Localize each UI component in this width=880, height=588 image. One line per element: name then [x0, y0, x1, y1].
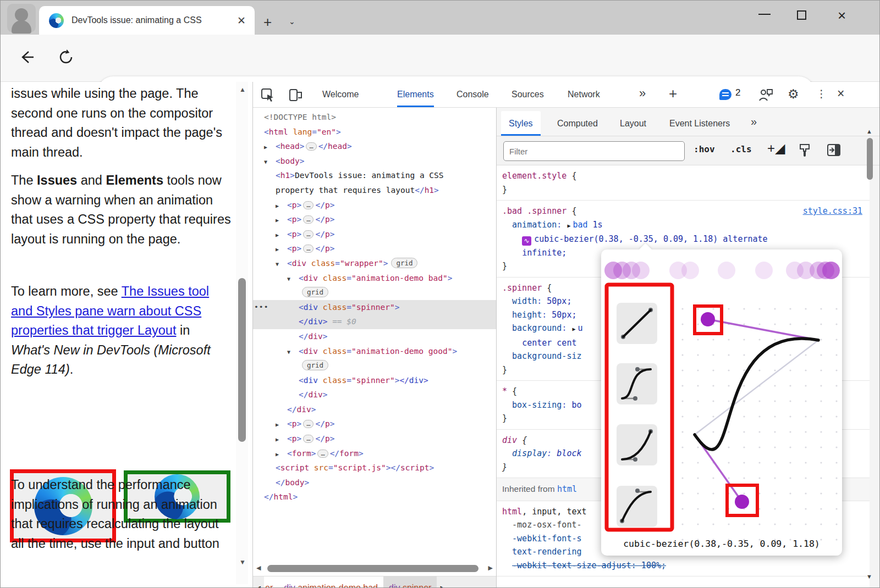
- back-button[interactable]: [18, 49, 35, 65]
- scroll-right-icon[interactable]: ▶: [488, 564, 493, 572]
- bezier-preset-ease-in[interactable]: [617, 424, 657, 465]
- bezier-preset-ease-in-out[interactable]: [617, 363, 657, 404]
- dom-row[interactable]: grid: [253, 358, 496, 373]
- dom-row[interactable]: ▶<p>…</p>: [253, 431, 496, 446]
- dom-row[interactable]: ▼<div class="animation-demo good">: [253, 344, 496, 359]
- dom-row[interactable]: ▼<body>: [253, 154, 496, 169]
- dom-row[interactable]: property that requires layout</h1>: [253, 183, 496, 198]
- breadcrumb-item[interactable]: div.spinner: [383, 576, 437, 588]
- dom-row[interactable]: <!DOCTYPE html>: [253, 110, 496, 125]
- dom-row[interactable]: ▶<p>…</p>: [253, 212, 496, 227]
- profile-avatar[interactable]: [7, 4, 36, 32]
- dom-row[interactable]: <h1>DevTools issue: animating a CSS: [253, 168, 496, 183]
- dom-row[interactable]: ▶<p>…</p>: [253, 241, 496, 256]
- feedback-icon[interactable]: [758, 87, 773, 102]
- breadcrumb-item[interactable]: div.animation-demo.bad: [278, 576, 383, 588]
- tab-welcome[interactable]: Welcome: [322, 82, 359, 107]
- expand-ellipsis-button[interactable]: …: [303, 420, 314, 428]
- brush-icon[interactable]: [798, 143, 811, 158]
- h-scrollbar-thumb[interactable]: [267, 565, 479, 572]
- tab-network[interactable]: Network: [568, 82, 600, 107]
- style-row[interactable]: ∿cubic-bezier(0.38, -0.35, 0.09, 1.18) a…: [502, 232, 867, 246]
- toggle-hov-button[interactable]: :hov: [694, 144, 715, 154]
- style-row[interactable]: -webkit-text-size-adjust: 100%;: [502, 559, 867, 573]
- twisty-icon[interactable]: ▶: [276, 418, 287, 432]
- scroll-left-icon[interactable]: ◀: [256, 564, 261, 572]
- toggle-cls-button[interactable]: .cls: [730, 144, 752, 154]
- expand-ellipsis-button[interactable]: …: [317, 450, 328, 458]
- devtools-menu-kebab-icon[interactable]: ⋮: [816, 87, 827, 100]
- dom-row[interactable]: <html lang="en">: [253, 125, 496, 140]
- twisty-icon[interactable]: ▼: [264, 155, 276, 170]
- settings-gear-icon[interactable]: ⚙: [788, 87, 799, 102]
- breadcrumb-arrow-icon[interactable]: ◀: [253, 576, 264, 588]
- dom-row[interactable]: <script src="script.js"></script>: [253, 461, 496, 475]
- row-actions-icon[interactable]: •••: [254, 300, 268, 315]
- dom-row[interactable]: ▼<div class="wrapper">grid: [253, 256, 496, 271]
- dom-row[interactable]: </div>: [253, 329, 496, 344]
- bezier-preset-ease-out[interactable]: [617, 486, 657, 527]
- bezier-control-point-1[interactable]: [735, 495, 749, 509]
- grid-badge[interactable]: grid: [391, 258, 417, 268]
- tab-close-icon[interactable]: ✕: [235, 14, 248, 27]
- minimize-button[interactable]: [758, 6, 771, 15]
- dom-row[interactable]: ▶<p>…</p>: [253, 198, 496, 213]
- styles-scroll-down-icon[interactable]: ▼: [866, 573, 877, 580]
- expand-ellipsis-button[interactable]: …: [306, 142, 316, 151]
- twisty-icon[interactable]: ▼: [287, 272, 299, 287]
- bezier-swatch-icon[interactable]: ∿: [522, 236, 531, 246]
- dom-row[interactable]: •••<div class="spinner">: [253, 300, 496, 315]
- devtools-close-icon[interactable]: ×: [837, 86, 844, 101]
- grid-badge[interactable]: grid: [302, 360, 328, 370]
- expand-ellipsis-button[interactable]: …: [303, 245, 314, 253]
- dom-row[interactable]: grid: [253, 285, 496, 300]
- scroll-down-icon[interactable]: ▼: [239, 558, 246, 566]
- add-tool-button[interactable]: +: [669, 85, 677, 102]
- twisty-icon[interactable]: ▼: [276, 257, 287, 272]
- twisty-icon[interactable]: ▶: [276, 432, 287, 447]
- grid-badge[interactable]: grid: [302, 287, 328, 297]
- twisty-icon[interactable]: ▶: [276, 213, 287, 228]
- dom-row[interactable]: ▶<p>…</p>: [253, 417, 496, 431]
- style-row[interactable]: element.style {: [502, 169, 867, 183]
- dom-row[interactable]: </html>: [253, 490, 496, 504]
- more-sidebar-tabs-icon[interactable]: »: [751, 115, 757, 128]
- new-tab-button[interactable]: +: [263, 14, 272, 31]
- breadcrumb-arrow-icon[interactable]: ▶: [437, 576, 448, 588]
- tab-computed[interactable]: Computed: [549, 111, 606, 136]
- styles-scrollbar[interactable]: [870, 165, 880, 588]
- tab-styles[interactable]: Styles: [501, 111, 541, 136]
- dom-row[interactable]: </div>: [253, 387, 496, 402]
- style-row[interactable]: animation: ▶bad 1s: [502, 218, 867, 233]
- dom-row[interactable]: </div>: [253, 402, 496, 417]
- twisty-icon[interactable]: ▶: [276, 242, 287, 257]
- dom-row[interactable]: ▶<head>…</head>: [253, 139, 496, 154]
- maximize-button[interactable]: [797, 10, 806, 20]
- style-row[interactable]: .bad .spinner {style.css:31: [502, 204, 867, 218]
- tab-layout[interactable]: Layout: [612, 111, 654, 136]
- twisty-icon[interactable]: ▶: [276, 447, 287, 462]
- bezier-preset-linear[interactable]: [617, 303, 657, 344]
- breadcrumb-item-partial[interactable]: er: [264, 576, 278, 588]
- browser-tab[interactable]: DevTools issue: animating a CSS ✕: [39, 6, 255, 35]
- dom-row[interactable]: </div> == $0: [253, 314, 496, 329]
- dom-row[interactable]: ▶<form>…</form>: [253, 446, 496, 461]
- twisty-icon[interactable]: ▶: [276, 228, 287, 243]
- chat-icon[interactable]: [719, 89, 732, 100]
- open-quick-source-icon[interactable]: [827, 143, 841, 157]
- tab-console[interactable]: Console: [457, 82, 489, 107]
- scroll-up-icon[interactable]: ▲: [239, 86, 246, 93]
- expand-ellipsis-button[interactable]: …: [303, 215, 314, 224]
- bezier-control-point-2[interactable]: [701, 312, 715, 326]
- styles-scrollbar-thumb[interactable]: [867, 138, 873, 180]
- expand-ellipsis-button[interactable]: …: [303, 230, 314, 238]
- styles-scroll-up-icon[interactable]: ▲: [866, 128, 877, 135]
- dom-row[interactable]: </body>: [253, 475, 496, 490]
- twisty-icon[interactable]: ▼: [287, 345, 299, 360]
- twisty-icon[interactable]: ▶: [276, 199, 287, 214]
- twisty-icon[interactable]: ▶: [264, 140, 276, 155]
- tab-list-chevron-icon[interactable]: ⌄: [289, 17, 295, 26]
- dom-horizontal-scrollbar[interactable]: ◀ ▶: [253, 563, 496, 575]
- stylesheet-location-link[interactable]: style.css:31: [803, 204, 862, 218]
- style-row[interactable]: }: [502, 183, 867, 197]
